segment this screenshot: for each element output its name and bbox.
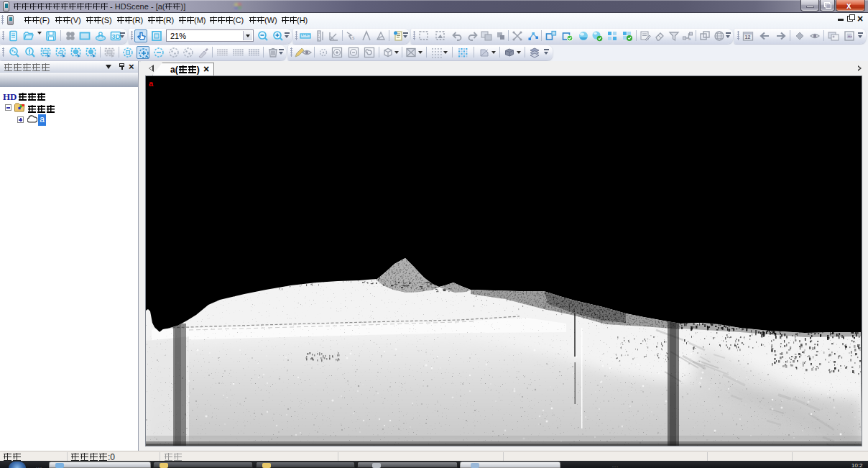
svg-text:a: a <box>149 79 154 88</box>
svg-text:3D: 3D <box>111 32 120 40</box>
svg-text:12: 12 <box>745 35 751 40</box>
svg-text:s: s <box>352 35 355 40</box>
svg-text:a: a <box>688 37 691 41</box>
